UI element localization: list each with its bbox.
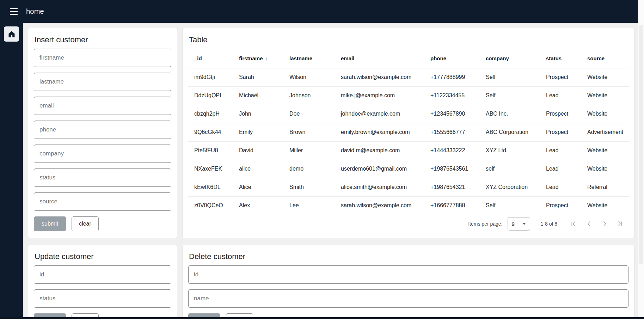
update-id-input[interactable] [34,265,171,284]
column-header-status[interactable]: status [540,49,581,68]
cell-company: XYZ Ltd. [480,141,540,160]
cell-phone: +1666777888 [424,196,480,215]
column-header-company[interactable]: company [480,49,540,68]
cell-firstname: Alice [233,178,283,196]
column-header-email[interactable]: email [335,49,424,68]
cell-email: mike.j@example.com [335,86,424,105]
cell-id: kEwtK6DL [188,178,233,196]
cell-status: Lead [540,86,581,105]
previous-page-button[interactable] [581,216,597,232]
main-content: Insert customer submit clear Table _id f… [23,23,638,319]
top-app-bar: home [0,0,638,23]
cell-source: Website [581,196,629,215]
insert-submit-button[interactable]: submit [34,216,66,231]
sidebar-item-home[interactable] [4,26,19,42]
column-header-lastname[interactable]: lastname [283,49,335,68]
table-row: cbzqh2pH John Doe johndoe@example.com +1… [188,105,629,123]
table-row: kEwtK6DL Alice Smith alice.smith@example… [188,178,629,196]
cell-lastname: Brown [283,123,335,141]
caret-down-icon [522,223,526,225]
cell-lastname: Miller [283,141,335,160]
column-header-id[interactable]: _id [188,49,233,68]
cell-id: 9Q6cGk44 [188,123,233,141]
cell-id: Pte5fFU8 [188,141,233,160]
cell-source: Referral [581,178,629,196]
cell-source: Advertisement [581,123,629,141]
cell-status: Prospect [540,68,581,86]
cell-company: ABC Inc. [480,105,540,123]
lastname-input[interactable] [34,73,171,91]
insert-button-row: submit clear [34,216,171,231]
table-row: im9dGtji Sarah Wilson sarah.wilson@examp… [188,68,629,86]
page-scrollbar [638,0,644,319]
delete-id-input[interactable] [188,265,628,284]
cell-email: sarah.wilson@example.com [335,196,424,215]
cell-company: XYZ Corporation [480,178,540,196]
column-header-firstname[interactable]: firstname↓ [233,49,283,68]
menu-icon[interactable] [6,4,21,19]
cell-source: Website [581,105,629,123]
update-customer-card: Update customer submit clear [28,245,177,319]
phone-input[interactable] [34,121,171,139]
cell-id: z0V0QCeO [188,196,233,215]
insert-clear-button[interactable]: clear [72,216,99,231]
cell-firstname: David [233,141,283,160]
home-icon [7,30,16,38]
firstname-input[interactable] [34,49,171,67]
customers-table: _id firstname↓ lastname email phone comp… [188,49,629,215]
window-bottom-edge [0,317,644,319]
cell-source: Website [581,160,629,178]
first-page-icon [570,220,577,227]
cell-firstname: Emily [233,123,283,141]
cell-phone: +1987654321 [424,178,480,196]
insert-customer-card: Insert customer submit clear [28,28,177,238]
cell-email: sarah.wilson@example.com [335,68,424,86]
cell-email: david.m@example.com [335,141,424,160]
cell-status: Lead [540,178,581,196]
last-page-button[interactable] [612,216,628,232]
sort-desc-icon: ↓ [265,55,268,61]
delete-name-input[interactable] [188,289,628,308]
cell-source: Website [581,141,629,160]
table-row: 9Q6cGk44 Emily Brown emily.brown@example… [188,123,629,141]
cell-company: Self [480,196,540,215]
source-input[interactable] [34,192,171,211]
cell-lastname: Doe [283,105,335,123]
app-title: home [26,7,44,16]
cell-email: emily.brown@example.com [335,123,424,141]
scrollbar-thumb[interactable] [639,25,643,264]
cell-lastname: Smith [283,178,335,196]
cell-email: userdemo601@gmail.com [335,160,424,178]
table-card-title: Table [189,35,628,44]
delete-customer-card: Delete customer submit clear [182,245,634,319]
status-input[interactable] [34,168,171,187]
cell-company: ABC Corporation [480,123,540,141]
next-page-button[interactable] [597,216,612,232]
cell-company: Self [480,86,540,105]
cell-firstname: John [233,105,283,123]
cell-email: alice.smith@example.com [335,178,424,196]
items-per-page-select[interactable]: 9 [508,217,530,231]
update-status-input[interactable] [34,289,171,308]
column-header-source[interactable]: source [581,49,629,68]
paginator-range-label: 1-8 of 8 [541,221,557,227]
cell-firstname: alice [233,160,283,178]
cell-company: self [480,160,540,178]
items-per-page-label: Items per page: [468,221,502,227]
company-input[interactable] [34,145,171,163]
cell-id: NXaxeFEK [188,160,233,178]
column-header-phone[interactable]: phone [424,49,480,68]
cell-status: Prospect [540,105,581,123]
cell-phone: +1555666777 [424,123,480,141]
delete-card-title: Delete customer [189,252,628,261]
sidebar [0,23,23,319]
email-input[interactable] [34,97,171,115]
paginator: Items per page: 9 1-8 of 8 [188,215,628,232]
chevron-right-icon [601,220,608,227]
table-row: DdzUgQPI Michael Johnson mike.j@example.… [188,86,629,105]
first-page-button[interactable] [566,216,581,232]
table-row: Pte5fFU8 David Miller david.m@example.co… [188,141,629,160]
cell-phone: +19876543561 [424,160,480,178]
cell-id: im9dGtji [188,68,233,86]
cell-phone: +1777888999 [424,68,480,86]
